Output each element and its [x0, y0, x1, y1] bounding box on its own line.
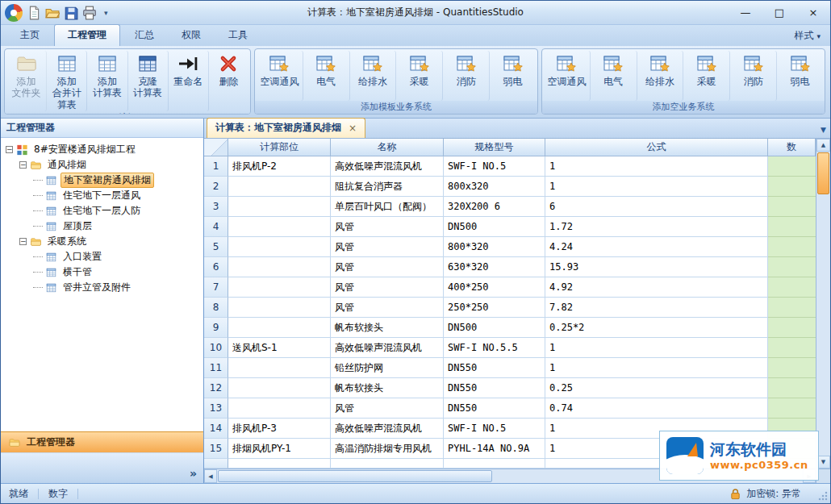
close-button[interactable]: × — [796, 1, 830, 24]
part-cell[interactable] — [228, 237, 331, 257]
name-cell[interactable]: 风管 — [331, 217, 444, 237]
ribbon-button[interactable]: 采暖 — [396, 51, 443, 101]
tree-item[interactable]: 地下室裙房通风排烟 — [1, 173, 203, 188]
part-cell[interactable] — [228, 298, 331, 318]
ribbon-button[interactable]: 弱电 — [490, 51, 536, 101]
result-cell[interactable] — [768, 358, 816, 378]
project-manager-banner-button[interactable]: 工程管理器 — [1, 431, 203, 452]
tree-item[interactable]: 管井立管及附件 — [1, 280, 203, 295]
result-cell[interactable] — [768, 298, 816, 318]
column-header[interactable]: 数 — [768, 139, 816, 156]
expander-icon[interactable]: − — [6, 146, 13, 153]
row-number-cell[interactable]: 3 — [204, 197, 228, 217]
tree-item[interactable]: −采暖系统 — [1, 234, 203, 249]
tree-item[interactable]: 入口装置 — [1, 249, 203, 264]
ribbon-button[interactable]: 弱电 — [777, 51, 823, 101]
part-cell[interactable] — [228, 277, 331, 298]
print-icon[interactable] — [82, 6, 97, 20]
row-number-cell[interactable]: 13 — [204, 398, 228, 419]
spec-cell[interactable]: 630*320 — [444, 257, 545, 277]
expander-icon[interactable]: − — [19, 161, 27, 169]
ribbon-button[interactable]: 空调通风 — [257, 51, 303, 101]
ribbon-button[interactable]: 克隆计算表 — [128, 51, 169, 111]
result-cell[interactable] — [768, 277, 816, 298]
tree-item[interactable]: 住宅地下一层通风 — [1, 188, 203, 203]
name-cell[interactable]: 风管 — [331, 257, 444, 277]
minimize-button[interactable]: — — [729, 1, 762, 24]
formula-cell[interactable]: 1 — [545, 177, 768, 197]
formula-cell[interactable]: 0.74 — [545, 398, 768, 419]
spec-cell[interactable]: SWF-I NO.5.5 — [444, 338, 545, 358]
part-cell[interactable]: 排风机P-2 — [228, 156, 331, 177]
spec-cell[interactable]: 800*320 — [444, 237, 545, 257]
spec-cell[interactable]: 320X200 6 — [444, 197, 545, 217]
hscroll-thumb[interactable] — [218, 470, 492, 482]
column-header[interactable]: 名称 — [331, 139, 444, 156]
formula-cell[interactable]: 1.72 — [545, 217, 768, 237]
row-number-cell[interactable]: 1 — [204, 156, 228, 177]
column-header[interactable]: 规格型号 — [444, 139, 545, 156]
part-cell[interactable]: 排烟风机PY-1 — [228, 439, 331, 459]
result-cell[interactable] — [768, 237, 816, 257]
part-cell[interactable]: 排风机P-3 — [228, 419, 331, 439]
new-document-icon[interactable] — [27, 6, 41, 20]
spec-cell[interactable]: 250*250 — [444, 298, 545, 318]
resize-grip[interactable] — [818, 491, 828, 501]
ribbon-button[interactable]: 电气 — [303, 51, 350, 101]
vscroll-track[interactable] — [816, 195, 830, 456]
ribbon-button[interactable]: 电气 — [591, 51, 637, 101]
part-cell[interactable] — [228, 378, 331, 398]
part-cell[interactable] — [228, 257, 331, 277]
expander-icon[interactable]: − — [19, 238, 27, 245]
formula-cell[interactable]: 4.24 — [545, 237, 768, 257]
tree-item[interactable]: 屋顶层 — [1, 219, 203, 234]
tree-item[interactable]: 横干管 — [1, 264, 203, 280]
part-cell[interactable] — [228, 318, 331, 338]
ribbon-tab[interactable]: 主页 — [7, 25, 52, 46]
row-number-cell[interactable]: 10 — [204, 338, 228, 358]
name-cell[interactable]: 风管 — [331, 398, 444, 419]
formula-cell[interactable]: 1 — [545, 156, 768, 177]
name-cell[interactable]: 风管 — [331, 298, 444, 318]
scroll-left-icon[interactable]: ◀ — [204, 469, 217, 483]
name-cell[interactable]: 高效低噪声混流风机 — [331, 156, 444, 177]
row-number-cell[interactable]: 12 — [204, 378, 228, 398]
part-cell[interactable] — [228, 358, 331, 378]
spec-cell[interactable]: DN500 — [444, 318, 545, 338]
column-header[interactable]: 公式 — [545, 139, 768, 156]
name-cell[interactable]: 高效低噪声混流风机 — [331, 338, 444, 358]
ribbon-button[interactable]: 消防 — [730, 51, 777, 101]
name-cell[interactable]: 铅丝防护网 — [331, 358, 444, 378]
tab-close-icon[interactable]: × — [349, 123, 357, 134]
ribbon-button[interactable]: 给排水 — [350, 51, 397, 101]
vscroll-thumb[interactable] — [817, 152, 829, 194]
name-cell[interactable]: 高效低噪声混流风机 — [331, 419, 444, 439]
ribbon-button[interactable]: 给排水 — [637, 51, 684, 101]
spec-cell[interactable]: PYHL-14A NO.9A — [444, 439, 545, 459]
result-cell[interactable] — [768, 398, 816, 419]
result-cell[interactable] — [768, 257, 816, 277]
name-cell[interactable]: 风管 — [331, 277, 444, 298]
row-number-cell[interactable]: 8 — [204, 298, 228, 318]
tree-item[interactable]: −8#安置楼通风排烟工程 — [1, 142, 203, 157]
formula-cell[interactable]: 0.25*2 — [545, 318, 768, 338]
part-cell[interactable]: 送风机S-1 — [228, 338, 331, 358]
maximize-button[interactable]: □ — [762, 1, 796, 24]
tree-item[interactable]: 住宅地下一层人防 — [1, 203, 203, 219]
app-logo-icon[interactable] — [5, 4, 23, 22]
part-cell[interactable] — [228, 197, 331, 217]
part-cell[interactable] — [228, 217, 331, 237]
ribbon-tab[interactable]: 权限 — [169, 25, 214, 46]
row-number-cell[interactable]: 11 — [204, 358, 228, 378]
spec-cell[interactable]: 800x320 — [444, 177, 545, 197]
formula-cell[interactable]: 1 — [545, 338, 768, 358]
row-number-cell[interactable]: 2 — [204, 177, 228, 197]
result-cell[interactable] — [768, 378, 816, 398]
ribbon-button[interactable]: 添加合并计算表 — [47, 51, 87, 111]
spec-cell[interactable]: SWF-I NO.5 — [444, 419, 545, 439]
spec-cell[interactable]: SWF-I NO.5 — [444, 156, 545, 177]
tree-item[interactable]: −通风排烟 — [1, 157, 203, 173]
spec-cell[interactable]: DN550 — [444, 358, 545, 378]
row-number-cell[interactable]: 9 — [204, 318, 228, 338]
spec-cell[interactable]: DN500 — [444, 217, 545, 237]
